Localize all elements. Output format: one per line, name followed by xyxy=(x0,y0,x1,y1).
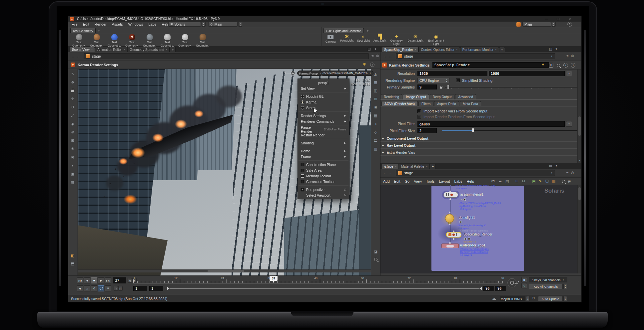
params-scrollbar[interactable]: ▼ xyxy=(577,70,581,163)
pane-menu-icon[interactable]: ▤ xyxy=(549,164,552,168)
maximize-button[interactable]: ▢ xyxy=(553,16,563,22)
scene-path-field[interactable]: stage xyxy=(84,53,369,59)
shelf-add-tab-button-2[interactable]: + xyxy=(365,28,370,33)
menu-item-home[interactable]: Home▶ xyxy=(298,148,349,154)
close-tab-icon[interactable]: × xyxy=(395,165,396,168)
menu-item-construction-plane[interactable]: Construction Plane xyxy=(298,162,349,167)
network-overview-eye-icon[interactable]: ◉ xyxy=(568,179,571,183)
tab-advanced[interactable]: Advanced xyxy=(455,94,476,99)
menu-item-storm[interactable]: Storm xyxy=(298,105,349,110)
shelf-tool-distant-light[interactable]: ☀Distant Light xyxy=(406,34,425,43)
scale-tool-icon[interactable]: ⤢ xyxy=(70,112,76,118)
forward-arrow-icon[interactable]: → xyxy=(388,54,392,58)
shelf-tool-camera[interactable]: Camera xyxy=(323,34,338,44)
netmenu-help[interactable]: Help xyxy=(466,179,474,183)
node-spaceship-render[interactable] xyxy=(446,232,461,238)
tab-stage[interactable]: /stage× xyxy=(382,164,399,169)
menu-windows[interactable]: Windows xyxy=(128,22,143,26)
scoped-channels-icon[interactable]: ▣ xyxy=(521,277,527,282)
hotkey-icon[interactable]: H xyxy=(549,63,553,68)
node-name-field[interactable]: SpaceShip_Render xyxy=(432,62,549,68)
stop-button[interactable]: ■ xyxy=(91,277,97,283)
menu-item-restart-render[interactable]: Restart Render xyxy=(298,132,349,138)
keyframe-pointer-icon[interactable]: ◆ xyxy=(77,285,83,291)
menu-item-correction-toolbar[interactable]: Correction Toolbar xyxy=(298,179,349,184)
update-mode-dropdown[interactable]: Auto Update xyxy=(538,296,563,301)
scroll-handle[interactable] xyxy=(208,270,244,272)
snapshot-gallery-icon[interactable]: ⬓ xyxy=(373,137,379,143)
renderer-menu-button[interactable]: Karma Persp▼ xyxy=(297,71,323,76)
key-all-spinner[interactable]: ▲▼ xyxy=(563,284,567,289)
render-region-tool-icon[interactable]: ▦ xyxy=(70,179,76,185)
simplified-shading-checkbox[interactable] xyxy=(456,79,460,82)
snap-tool-icon[interactable]: ⊕ xyxy=(70,129,76,135)
menu-item-select-viewport[interactable]: Select ViewportN xyxy=(298,192,349,198)
close-tab-icon[interactable]: × xyxy=(456,48,458,51)
subtab-aovs[interactable]: AOVs (Render Vars) xyxy=(381,101,418,106)
help-circle-icon[interactable]: ? xyxy=(571,63,575,68)
pose-tool-icon[interactable]: ◈ xyxy=(70,121,76,127)
shelf-tool-area-light[interactable]: ▜Area Light xyxy=(372,34,387,43)
tab-image-output[interactable]: Image Output xyxy=(403,94,429,99)
update-mode-spinner[interactable]: ▲▼ xyxy=(563,296,567,301)
context-path-dropdown[interactable]: /obj/BUILDING... xyxy=(500,296,525,301)
tab-rendering[interactable]: Rendering xyxy=(381,94,402,99)
info-circle-icon[interactable]: i xyxy=(563,63,568,68)
pixel-filter-size-field[interactable]: 2 xyxy=(417,128,437,133)
light-tool-icon[interactable]: ☀ xyxy=(70,146,76,152)
close-tab-icon[interactable]: × xyxy=(426,165,427,168)
minimize-button[interactable]: — xyxy=(541,16,551,22)
netmenu-layout[interactable]: Layout xyxy=(439,179,450,183)
view-mode-icon[interactable]: ◭ xyxy=(373,71,379,77)
flipbook-icon[interactable]: ◪ xyxy=(373,248,379,254)
node-assignmaterial1[interactable] xyxy=(443,192,458,198)
back-arrow-icon[interactable]: ← xyxy=(71,54,75,58)
memory-usage-icon[interactable]: ☁ xyxy=(492,296,496,300)
menu-file[interactable]: File xyxy=(72,22,78,26)
go-to-start-button[interactable]: |◀◀ xyxy=(77,277,83,283)
subtab-filters[interactable]: Filters xyxy=(418,101,433,106)
context-path-spinner[interactable]: ▲▼ xyxy=(526,296,530,301)
shelf-tool-spot-light[interactable]: ◐Spot Light xyxy=(355,34,371,43)
zoom-view-icon[interactable] xyxy=(373,256,379,262)
network-scrollbar[interactable] xyxy=(577,185,581,273)
menu-item-perspective[interactable]: ✓PerspectiveO xyxy=(298,187,349,192)
tab-geometry-spreadsheet[interactable]: Geometry Spreadsheet× xyxy=(127,47,170,52)
desktop-spinner[interactable]: ▲▼ xyxy=(202,22,206,27)
node-connector[interactable] xyxy=(449,224,450,225)
resolution-preset-dropdown[interactable]: ▼ xyxy=(566,71,572,76)
menu-item-karma[interactable]: Karma xyxy=(298,99,349,105)
snapshot-tool-icon[interactable]: ⬒ xyxy=(70,260,76,266)
customize-tools-icon[interactable]: ✂ xyxy=(491,179,495,183)
network-canvas[interactable]: /Scene/Materials/GlassHero... (5)10 Laye… xyxy=(380,185,581,273)
display-options-icon[interactable]: ▤ xyxy=(373,112,379,118)
title-bar[interactable]: C:/Users/loude/Desktop/ECAM_/MODULO 102/… xyxy=(68,16,581,22)
resolution-y-field[interactable]: 1080 xyxy=(489,71,565,76)
resolution-x-field[interactable]: 1920 xyxy=(417,71,487,76)
pin-icon[interactable]: ⇥ xyxy=(566,54,568,58)
grid-snap-icon[interactable]: ⊡ xyxy=(522,179,525,183)
pixel-filter-size-handle[interactable] xyxy=(472,128,474,133)
menu-labs[interactable]: Labs xyxy=(148,22,156,26)
back-arrow-icon[interactable]: ← xyxy=(383,54,387,58)
motion-fx-icon[interactable]: ∿ xyxy=(521,283,527,288)
chevron-down-icon[interactable]: ▼ xyxy=(551,172,553,174)
set-key-button[interactable] xyxy=(507,278,517,287)
back-arrow-icon[interactable]: ← xyxy=(383,171,387,175)
menu-item-frame[interactable]: Frame▶ xyxy=(298,154,349,159)
sticky-note-icon[interactable]: ✎ xyxy=(539,179,542,183)
current-frame-field[interactable]: 37 xyxy=(113,277,126,283)
list-view-icon[interactable]: ▤ xyxy=(505,179,509,183)
tab-animation-editor[interactable]: Animation Editor× xyxy=(95,47,127,52)
import-render-products-checkbox[interactable] xyxy=(417,115,421,119)
link-target-icon[interactable]: ◎ xyxy=(376,54,379,58)
range-slider-right-handle[interactable] xyxy=(479,287,482,290)
node-link-text[interactable]: Render/rendersettings1 xyxy=(460,250,489,253)
tab-performance-monitor[interactable]: Performance Monitor× xyxy=(460,47,499,52)
menu-render[interactable]: Render xyxy=(95,22,107,26)
key-options-dropdown-icon[interactable]: ▼ xyxy=(517,280,520,283)
netmenu-edit[interactable]: Edit xyxy=(394,179,400,183)
wireframe-icon[interactable]: ◇ xyxy=(373,129,379,135)
note-add-icon[interactable]: ❏ xyxy=(545,179,549,183)
prev-frame-button[interactable]: ◀ xyxy=(84,277,90,283)
